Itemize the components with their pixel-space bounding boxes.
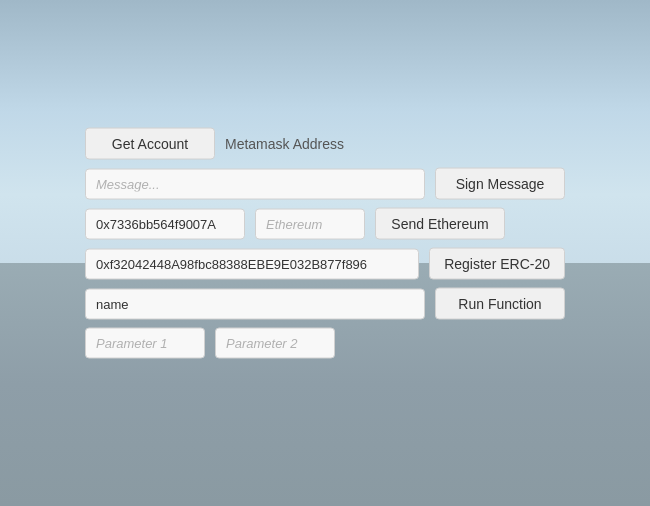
metamask-address-label: Metamask Address [225,136,344,152]
address-input[interactable] [85,208,245,239]
parameter1-input[interactable] [85,328,205,359]
ui-panel: Get Account Metamask Address Sign Messag… [85,128,565,359]
row-register-erc20: Register ERC-20 [85,248,565,280]
ethereum-input[interactable] [255,208,365,239]
row-get-account: Get Account Metamask Address [85,128,565,160]
get-account-button[interactable]: Get Account [85,128,215,160]
row-sign-message: Sign Message [85,168,565,200]
message-input[interactable] [85,168,425,199]
function-name-input[interactable] [85,288,425,319]
sign-message-button[interactable]: Sign Message [435,168,565,200]
send-ethereum-button[interactable]: Send Ethereum [375,208,505,240]
parameter2-input[interactable] [215,328,335,359]
row-send-ethereum: Send Ethereum [85,208,565,240]
erc20-address-input[interactable] [85,248,419,279]
row-parameters [85,328,565,359]
register-erc20-button[interactable]: Register ERC-20 [429,248,565,280]
row-run-function: Run Function [85,288,565,320]
run-function-button[interactable]: Run Function [435,288,565,320]
